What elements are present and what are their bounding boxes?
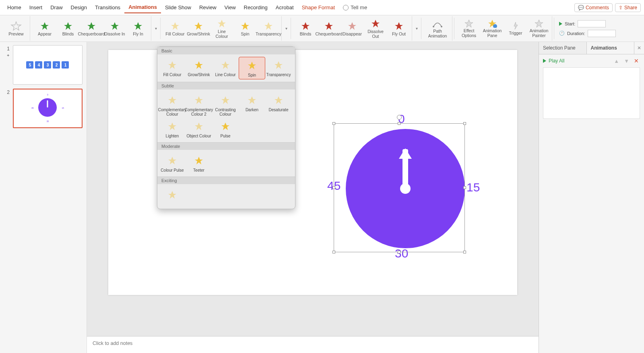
handle-ml[interactable] [332,186,335,189]
exit-more[interactable]: ▾ [414,16,419,41]
tab-slideshow[interactable]: Slide Show [161,2,195,13]
dd-head-moderate: Moderate [157,142,295,150]
handle-tl[interactable] [332,122,335,125]
animation-list[interactable] [543,67,640,119]
handle-mr[interactable] [463,186,466,189]
countdown-box: 2 [53,61,60,69]
svg-marker-36 [195,157,203,164]
dd-item-spin[interactable]: Spin [239,57,265,79]
anim-dissolve-in[interactable]: Dissolve In [104,21,125,37]
anim-fly-out[interactable]: Fly Out [388,21,409,37]
move-up-button[interactable]: ▲ [613,58,620,64]
selection-box[interactable] [334,123,465,252]
anim-chequerboard[interactable]: Chequerboard [318,21,339,37]
dd-item-contrasting-colour[interactable]: Contrasting Colour [212,92,239,118]
anim-grow/shrink[interactable]: Grow/Shrink [188,21,209,37]
emphasis-more[interactable]: ▾ [283,16,289,41]
dd-item-blank[interactable] [159,187,186,204]
svg-marker-1 [41,22,49,30]
tab-design[interactable]: Design [67,2,91,13]
tab-insert[interactable]: Insert [25,2,47,13]
dd-item-fill-colour[interactable]: Fill Colour [159,57,186,79]
animations-pane-tab[interactable]: Animations [587,42,635,54]
svg-marker-5 [134,22,142,30]
dd-item-transparency[interactable]: Transparency [265,57,292,79]
comments-button[interactable]: 💬 Comments [574,3,613,12]
move-down-button[interactable]: ▼ [623,58,630,64]
star-icon [244,59,260,72]
emphasis-dropdown: Basic Fill ColourGrow/ShrinkLine ColourS… [157,46,295,209]
star-icon [170,21,180,31]
dd-item-desaturate[interactable]: Desaturate [265,92,292,118]
dd-item-label: Desaturate [269,108,289,112]
tab-review[interactable]: Review [195,2,221,13]
dd-item-object-colour[interactable]: Object Colour [186,118,212,140]
tell-me-search[interactable]: Tell me [343,4,367,10]
anim-transparency[interactable]: Transparency [258,21,279,37]
play-all-button[interactable]: Play All [549,58,564,64]
start-input[interactable] [578,20,606,27]
preview-button[interactable]: Preview [5,21,27,36]
handle-tr[interactable] [463,122,466,125]
duration-input[interactable] [588,30,616,37]
tab-home[interactable]: Home [3,2,25,13]
anim-fly-in[interactable]: Fly In [128,21,149,37]
tab-shape-format[interactable]: Shape Format [298,2,339,13]
slide-thumb-1[interactable]: 54321 [13,45,83,85]
star-icon [86,21,97,31]
delete-anim-button[interactable]: ✕ [633,58,640,64]
dd-item-lighten[interactable]: Lighten [159,118,186,140]
tab-acrobat[interactable]: Acrobat [272,2,298,13]
dd-item-complementary-colour-2[interactable]: Complementary Colour 2 [186,92,212,118]
tab-transitions[interactable]: Transitions [91,2,124,13]
anim-dissolve-out[interactable]: Dissolve Out [365,18,386,39]
dd-item-colour-pulse[interactable]: Colour Pulse [159,152,186,174]
effect-options-button[interactable]: Effect Options [458,19,479,38]
animation-painter-button[interactable]: Animation Painter [528,19,549,38]
anim-line-colour[interactable]: Line Colour [211,18,232,39]
anim-blinds[interactable]: Blinds [295,21,316,37]
anim-disappear[interactable]: Disappear [342,21,363,37]
dd-item-grow/shrink[interactable]: Grow/Shrink [186,57,212,79]
entrance-more[interactable]: ▾ [153,16,159,41]
canvas-area: 0 15 30 45 Basic Fill [87,42,539,353]
share-label: Share [624,5,637,10]
star-icon [191,120,206,133]
handle-br[interactable] [463,251,466,253]
slide-thumb-2[interactable]: 0 15 30 45 [13,89,83,128]
notes-area[interactable]: Click to add notes [87,336,539,353]
dd-item-line-colour[interactable]: Line Colour [212,57,239,79]
dd-item-teeter[interactable]: Teeter [186,152,212,174]
tab-recording[interactable]: Recording [240,2,272,13]
dd-item-complementary-colour[interactable]: Complementary Colour [159,92,186,118]
dd-item-label: Spin [248,73,256,77]
handle-bl[interactable] [332,251,335,253]
anim-blinds[interactable]: Blinds [58,21,78,37]
tab-view[interactable]: View [221,2,240,13]
star-icon [394,21,404,31]
tab-animations[interactable]: Animations [124,2,161,13]
anim-chequerboard[interactable]: Chequerboard [81,21,102,37]
pane-close-button[interactable]: ✕ [634,42,644,54]
star-icon [165,93,180,106]
share-button[interactable]: ⇪ Share [615,3,641,12]
path-animation-button[interactable]: Path Animation [425,19,450,38]
countdown-box: 3 [44,61,51,69]
trigger-button[interactable]: Trigger [505,21,526,36]
svg-marker-11 [301,22,310,30]
anim-spin[interactable]: Spin [235,21,256,37]
dd-item-darken[interactable]: Darken [239,92,265,118]
star-icon [217,18,227,29]
handle-bm[interactable] [398,251,400,253]
anim-appear[interactable]: Appear [34,21,55,37]
handle-tm[interactable] [398,122,400,125]
animation-pane-button[interactable]: Animation Pane [482,19,503,38]
dd-item-pulse[interactable]: Pulse [212,118,239,140]
anim-fill-colour[interactable]: Fill Colour [165,21,186,37]
selection-pane-tab[interactable]: Selection Pane [539,42,587,54]
rotate-handle[interactable] [397,115,402,120]
tab-draw[interactable]: Draw [46,2,66,13]
star-icon [218,93,233,106]
anim-label: Disappear [343,32,362,37]
star-icon [370,18,381,29]
